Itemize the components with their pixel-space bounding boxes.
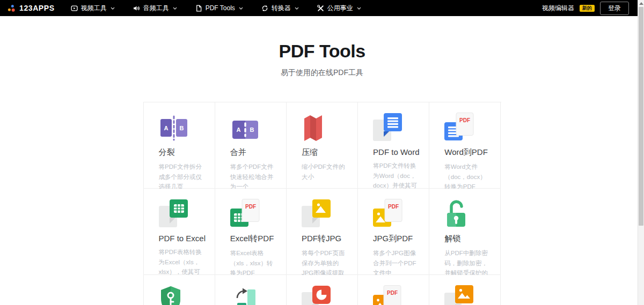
unlock-icon bbox=[444, 198, 494, 228]
chevron-down-icon bbox=[111, 7, 115, 10]
tool-description: 将Word文件（doc，docx）转换为PDF bbox=[444, 162, 494, 192]
tool-title: 合并 bbox=[230, 147, 280, 158]
tool-card-pdf-to-ppt[interactable] bbox=[287, 275, 358, 305]
pdf-to-word-icon bbox=[373, 111, 422, 142]
pdf-to-image-icon bbox=[444, 284, 494, 305]
logo-123apps[interactable]: 123APPS bbox=[8, 4, 55, 12]
new-badge: 新的 bbox=[580, 5, 595, 12]
tool-title: PDF转JPG bbox=[302, 234, 351, 244]
tool-title: 分裂 bbox=[159, 147, 208, 158]
tools-grid: A B 分裂 将PDF文件拆分成多个部分或仅选择几页 A B 合并 将多个PDF… bbox=[143, 102, 501, 305]
utilities-icon bbox=[317, 5, 324, 12]
svg-text:PDF: PDF bbox=[245, 204, 256, 210]
pdf-to-jpg-icon bbox=[302, 198, 351, 228]
svg-text:PDF: PDF bbox=[459, 117, 470, 123]
nav-menu: 视频工具 音频工具 bbox=[71, 4, 361, 13]
tool-card-pdf-to-image[interactable] bbox=[429, 275, 501, 305]
nav-item-label: 视频工具 bbox=[81, 4, 107, 13]
tool-title: 解锁 bbox=[444, 234, 494, 244]
nav-item-audio-tools[interactable]: 音频工具 bbox=[133, 4, 177, 13]
tool-card-image-to-pdf[interactable]: PDF bbox=[358, 275, 429, 305]
page-subtitle: 易于使用的在线PDF工具 bbox=[0, 68, 644, 78]
navbar-right: 视频编辑器 新的 登录 bbox=[542, 2, 629, 15]
nav-item-label: 音频工具 bbox=[143, 4, 169, 13]
tool-card-rotate[interactable] bbox=[215, 275, 287, 305]
pdf-file-icon bbox=[195, 5, 202, 12]
split-icon: A B bbox=[159, 111, 208, 142]
tool-card-pdf-to-excel[interactable]: PDF to Excel 将PDF表格转换为Excel（xls，xlsx），使其… bbox=[144, 189, 215, 275]
page-title: PDF Tools bbox=[0, 41, 644, 62]
pdf-to-excel-icon bbox=[159, 198, 208, 228]
tool-card-excel-to-pdf[interactable]: PDF Excel转PDF 将Excel表格（xls，xlsx）转换为PDF bbox=[215, 189, 287, 275]
excel-to-pdf-icon: PDF bbox=[230, 198, 280, 228]
chevron-down-icon bbox=[295, 7, 299, 10]
video-editor-link[interactable]: 视频编辑器 bbox=[542, 4, 574, 13]
video-icon bbox=[71, 5, 78, 12]
svg-text:B: B bbox=[179, 125, 184, 131]
tool-description: 将多个PDF文件快速轻松地合并为一个 bbox=[230, 162, 280, 192]
audio-icon bbox=[133, 5, 140, 12]
scrollbar-up-arrow[interactable] bbox=[639, 2, 643, 5]
tool-card-split[interactable]: A B 分裂 将PDF文件拆分成多个部分或仅选择几页 bbox=[144, 102, 215, 189]
nav-item-converter[interactable]: 转换器 bbox=[261, 4, 299, 13]
scrollbar-track[interactable] bbox=[638, 0, 644, 305]
converter-icon bbox=[261, 5, 268, 12]
image-to-pdf-icon: PDF bbox=[373, 284, 422, 305]
tool-card-compress[interactable]: 压缩 缩小PDF文件的大小 bbox=[287, 102, 358, 189]
nav-item-pdf-tools[interactable]: PDF Tools bbox=[195, 4, 243, 12]
jpg-to-pdf-icon: PDF bbox=[373, 198, 422, 228]
chevron-down-icon bbox=[239, 7, 243, 10]
merge-icon: A B bbox=[230, 111, 280, 142]
tool-description: 将多个JPG图像合并到一个PDF文件中 bbox=[373, 248, 422, 278]
word-to-pdf-icon: PDF bbox=[444, 111, 494, 142]
chevron-down-icon bbox=[357, 7, 361, 10]
tool-description: 将Excel表格（xls，xlsx）转换为PDF bbox=[230, 248, 280, 278]
pdf-to-ppt-icon bbox=[302, 284, 351, 305]
svg-text:B: B bbox=[250, 127, 254, 133]
nav-item-video-tools[interactable]: 视频工具 bbox=[71, 4, 115, 13]
tool-card-jpg-to-pdf[interactable]: PDF JPG到PDF 将多个JPG图像合并到一个PDF文件中 bbox=[358, 189, 429, 275]
tool-card-pdf-to-jpg[interactable]: PDF转JPG 将每个PDF页面保存为单独的JPG图像或提取嵌入图像 bbox=[287, 189, 358, 275]
scrollbar-thumb[interactable] bbox=[639, 7, 643, 226]
tool-card-protect[interactable] bbox=[144, 275, 215, 305]
protect-shield-icon bbox=[159, 284, 208, 305]
tool-title: JPG到PDF bbox=[373, 234, 422, 244]
tool-description: 缩小PDF文件的大小 bbox=[302, 162, 351, 182]
tool-card-word-to-pdf[interactable]: PDF Word到PDF 将Word文件（doc，docx）转换为PDF bbox=[429, 102, 501, 189]
svg-text:PDF: PDF bbox=[388, 204, 399, 210]
logo-dots-icon bbox=[8, 4, 16, 12]
chevron-down-icon bbox=[173, 7, 177, 10]
nav-item-label: 公用事业 bbox=[327, 4, 353, 13]
compress-icon bbox=[302, 111, 351, 142]
main-content: PDF Tools 易于使用的在线PDF工具 A B 分裂 将PDF文件拆分成多… bbox=[0, 0, 644, 305]
top-navbar: 123APPS 视频工具 音频工具 bbox=[0, 0, 638, 16]
tool-title: 压缩 bbox=[302, 147, 351, 158]
nav-item-label: 转换器 bbox=[272, 4, 291, 13]
svg-text:A: A bbox=[164, 125, 168, 131]
svg-text:A: A bbox=[236, 127, 240, 133]
tool-card-unlock[interactable]: 解锁 从PDF中删除密码，删除加密，并解锁受保护的文档 bbox=[429, 189, 501, 275]
rotate-icon bbox=[230, 284, 280, 305]
tool-description: 将PDF文件拆分成多个部分或仅选择几页 bbox=[159, 162, 208, 192]
tool-title: PDF to Word bbox=[373, 147, 422, 157]
tool-title: PDF to Excel bbox=[159, 234, 208, 243]
tool-title: Excel转PDF bbox=[230, 234, 280, 244]
tool-title: Word到PDF bbox=[444, 147, 494, 158]
nav-item-utilities[interactable]: 公用事业 bbox=[317, 4, 361, 13]
nav-item-label: PDF Tools bbox=[206, 4, 235, 12]
tool-card-merge[interactable]: A B 合并 将多个PDF文件快速轻松地合并为一个 bbox=[215, 102, 287, 189]
tool-card-pdf-to-word[interactable]: PDF to Word 将PDF文件转换为Word（doc，docx）并使其可用… bbox=[358, 102, 429, 189]
login-button[interactable]: 登录 bbox=[600, 2, 629, 15]
svg-text:PDF: PDF bbox=[387, 290, 398, 296]
logo-text: 123APPS bbox=[19, 4, 55, 12]
